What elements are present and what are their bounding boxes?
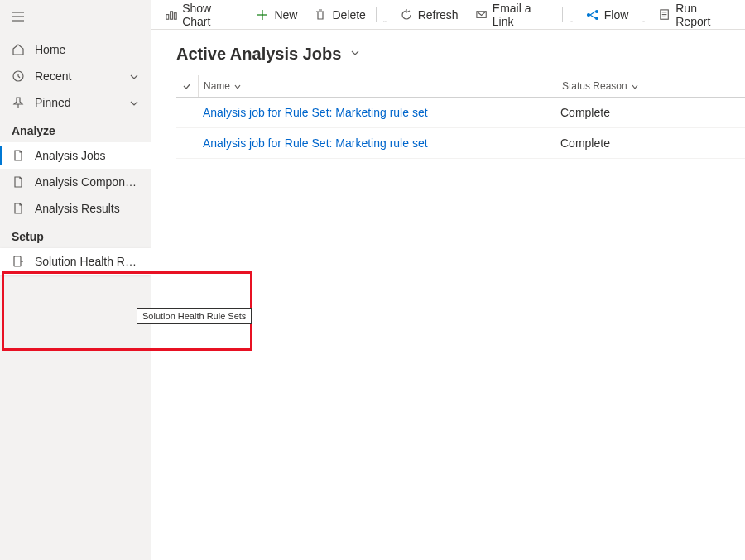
- nav-analysis-jobs-label: Analysis Jobs: [35, 149, 139, 162]
- svg-rect-4: [14, 256, 21, 266]
- flow-button[interactable]: Flow: [579, 5, 636, 25]
- report-icon: [658, 8, 670, 22]
- new-button[interactable]: New: [249, 5, 304, 25]
- chevron-down-icon: [129, 71, 139, 81]
- table-row[interactable]: Analysis job for Rule Set: Marketing rul…: [176, 98, 745, 128]
- chart-icon: [165, 8, 177, 22]
- nav-analysis-results[interactable]: Analysis Results: [0, 195, 151, 222]
- sidebar: Home Recent Pinned Analyze Analysis Jobs…: [0, 0, 151, 560]
- nav-recent[interactable]: Recent: [0, 63, 151, 89]
- chevron-down-icon: [129, 98, 139, 108]
- delete-dropdown[interactable]: [378, 8, 392, 22]
- delete-label: Delete: [332, 8, 365, 22]
- column-name-label: Name: [204, 80, 230, 92]
- chevron-down-icon: [349, 47, 361, 62]
- page-title: Active Analysis Jobs: [176, 45, 341, 64]
- nav-analysis-results-label: Analysis Results: [35, 202, 139, 215]
- new-label: New: [274, 8, 297, 22]
- flow-label: Flow: [604, 8, 629, 22]
- nav-analysis-components-label: Analysis Components: [35, 175, 139, 189]
- table-row[interactable]: Analysis job for Rule Set: Marketing rul…: [176, 128, 745, 159]
- hamburger-icon: [12, 10, 25, 23]
- show-chart-button[interactable]: Show Chart: [158, 0, 246, 31]
- svg-point-11: [587, 13, 589, 16]
- data-grid: Name Status Reason Analysis job for Rule…: [176, 75, 745, 159]
- refresh-icon: [400, 8, 413, 22]
- row-status: Complete: [554, 136, 703, 150]
- email-dropdown[interactable]: [565, 8, 578, 22]
- flow-icon: [586, 8, 599, 22]
- nav-home[interactable]: Home: [0, 36, 151, 63]
- nav-home-label: Home: [35, 43, 139, 56]
- document-icon: [12, 149, 25, 162]
- plus-icon: [256, 8, 269, 22]
- email-link-button[interactable]: Email a Link: [469, 0, 559, 31]
- svg-point-13: [595, 17, 598, 19]
- separator: [376, 7, 377, 22]
- chevron-down-icon: [233, 82, 242, 90]
- tooltip: Solution Health Rule Sets: [137, 308, 252, 324]
- email-label: Email a Link: [493, 2, 552, 28]
- column-header-status[interactable]: Status Reason: [555, 80, 704, 92]
- svg-rect-5: [166, 14, 169, 19]
- email-icon: [475, 8, 488, 22]
- trash-icon: [314, 8, 327, 22]
- page-title-row[interactable]: Active Analysis Jobs: [176, 45, 745, 64]
- nav-pinned[interactable]: Pinned: [0, 89, 151, 116]
- flow-dropdown[interactable]: [637, 8, 650, 22]
- nav-pinned-label: Pinned: [35, 96, 129, 109]
- nav-solution-health-rule-sets[interactable]: Solution Health Rule ...: [0, 248, 151, 275]
- column-header-name[interactable]: Name: [199, 80, 555, 92]
- delete-button[interactable]: Delete: [307, 5, 372, 25]
- column-status-label: Status Reason: [562, 80, 627, 92]
- select-all[interactable]: [176, 81, 198, 91]
- clock-icon: [12, 69, 25, 83]
- svg-rect-7: [174, 12, 176, 19]
- nav-analysis-components[interactable]: Analysis Components: [0, 169, 151, 195]
- nav-recent-label: Recent: [35, 69, 129, 83]
- refresh-label: Refresh: [418, 8, 459, 22]
- show-chart-label: Show Chart: [182, 2, 239, 28]
- row-name-link[interactable]: Analysis job for Rule Set: Marketing rul…: [203, 106, 428, 119]
- grid-header: Name Status Reason: [176, 75, 745, 98]
- svg-rect-6: [171, 11, 173, 18]
- nav-analysis-jobs[interactable]: Analysis Jobs: [0, 142, 151, 169]
- separator: [562, 7, 563, 22]
- section-analyze-title: Analyze: [0, 116, 151, 142]
- command-bar: Show Chart New Delete Refresh Email a Li…: [151, 0, 745, 30]
- row-status: Complete: [554, 106, 703, 119]
- row-name-link[interactable]: Analysis job for Rule Set: Marketing rul…: [203, 136, 428, 150]
- home-icon: [12, 43, 25, 56]
- run-report-label: Run Report: [675, 2, 732, 28]
- pin-icon: [12, 96, 25, 109]
- section-setup-title: Setup: [0, 222, 151, 248]
- run-report-button[interactable]: Run Report: [651, 0, 738, 31]
- refresh-button[interactable]: Refresh: [393, 5, 465, 25]
- health-icon: [12, 255, 25, 268]
- svg-point-12: [595, 10, 598, 12]
- nav-solution-health-label: Solution Health Rule ...: [35, 255, 139, 268]
- hamburger-button[interactable]: [0, 0, 151, 36]
- chevron-down-icon: [631, 82, 639, 90]
- document-icon: [12, 202, 25, 215]
- document-icon: [12, 175, 25, 189]
- main-content: Active Analysis Jobs Name Status Reason …: [151, 30, 745, 560]
